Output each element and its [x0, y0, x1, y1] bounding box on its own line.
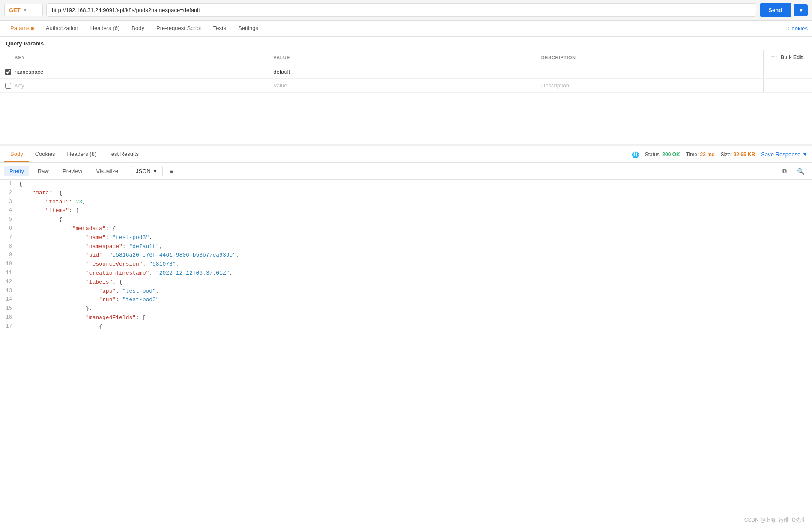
tab-response-test-results[interactable]: Test Results [102, 146, 145, 162]
param-action-cell [763, 65, 812, 79]
col-header-action: ··· Bulk Edit [763, 50, 812, 65]
search-icon[interactable]: 🔍 [794, 166, 808, 177]
param-key-value: namespace [15, 69, 43, 75]
json-token: 23 [76, 199, 83, 205]
json-token: : [106, 234, 113, 241]
tab-response-body[interactable]: Body [4, 146, 29, 162]
url-input[interactable] [46, 3, 756, 17]
param-empty-checkbox[interactable] [5, 83, 11, 89]
table-row: Key Value Description [0, 79, 812, 93]
json-token: "581078" [149, 261, 176, 267]
json-token: : { [112, 279, 122, 285]
col-header-key: KEY [0, 50, 268, 65]
param-value-placeholder[interactable]: Value [273, 82, 287, 89]
json-line: 5 { [0, 215, 812, 224]
method-label: GET [9, 7, 21, 13]
filter-icon[interactable]: ≡ [166, 166, 176, 177]
copy-icon[interactable]: ⧉ [779, 165, 790, 177]
json-token: "test-pod3" [112, 234, 149, 241]
json-line: 6 "metadata": { [0, 224, 812, 233]
param-key-placeholder[interactable]: Key [15, 82, 24, 89]
format-tab-preview-label: Preview [63, 168, 82, 174]
json-line: 13 "app": "test-pod", [0, 287, 812, 296]
line-content: "app": "test-pod", [17, 287, 812, 296]
line-number: 17 [0, 323, 17, 331]
size-label: Size: 92.65 KB [721, 152, 755, 158]
json-token: "creationTimestamp" [86, 270, 149, 276]
method-dropdown[interactable]: GET ▼ [4, 4, 43, 16]
json-line: 12 "labels": { [0, 278, 812, 287]
json-token: : { [106, 225, 116, 232]
tab-prerequest[interactable]: Pre-request Script [150, 21, 207, 36]
param-checkbox[interactable] [5, 69, 11, 75]
json-token: : [ [136, 314, 146, 321]
line-content: "labels": { [17, 278, 812, 287]
line-number: 10 [0, 260, 17, 268]
more-options-icon[interactable]: ··· [771, 53, 777, 60]
json-token: , [156, 288, 159, 294]
status-size: 92.65 KB [734, 152, 755, 158]
json-token: "run" [99, 296, 116, 303]
save-response-button[interactable]: Save Response ▼ [761, 151, 808, 158]
format-bar: Pretty Raw Preview Visualize JSON ▼ ≡ ⧉ … [0, 163, 812, 180]
line-number: 6 [0, 224, 17, 233]
param-value-placeholder-cell: Value [268, 79, 536, 93]
tab-response-test-results-label: Test Results [108, 151, 139, 157]
json-line: 10 "resourceVersion": "581078", [0, 260, 812, 269]
line-number: 7 [0, 233, 17, 242]
bulk-edit-button[interactable]: Bulk Edit [779, 53, 805, 62]
cookies-link[interactable]: Cookies [788, 21, 808, 36]
send-dropdown-button[interactable]: ▼ [794, 4, 808, 16]
json-token: : [69, 199, 76, 205]
tab-settings[interactable]: Settings [232, 21, 264, 36]
line-number: 4 [0, 206, 17, 215]
query-params-label: Query Params [0, 37, 812, 50]
tab-body[interactable]: Body [125, 21, 150, 36]
tab-authorization[interactable]: Authorization [40, 21, 84, 36]
param-desc-placeholder[interactable]: Description [541, 82, 569, 89]
tab-response-headers-label: Headers (8) [67, 151, 97, 157]
param-key-cell: namespace [0, 65, 268, 79]
json-token: , [159, 243, 163, 250]
json-token: : [122, 243, 129, 250]
format-type-label: JSON [136, 168, 151, 174]
json-token: { [99, 323, 102, 330]
format-tab-raw[interactable]: Raw [33, 166, 54, 176]
json-line: 7 "name": "test-pod3", [0, 233, 812, 242]
status-time: 23 ms [700, 152, 715, 158]
line-content: "name": "test-pod3", [17, 233, 812, 242]
line-number: 8 [0, 242, 17, 251]
format-tab-visualize[interactable]: Visualize [91, 166, 123, 176]
tab-settings-label: Settings [238, 25, 258, 31]
tab-response-headers[interactable]: Headers (8) [61, 146, 103, 162]
json-line: 8 "namespace": "default", [0, 242, 812, 251]
json-token: "default" [129, 243, 159, 250]
json-token: : [116, 296, 122, 303]
line-content: "namespace": "default", [17, 242, 812, 251]
param-value-cell: default [268, 65, 536, 79]
format-tab-preview[interactable]: Preview [57, 166, 87, 176]
format-type-dropdown[interactable]: JSON ▼ [131, 166, 163, 176]
json-token: : [116, 288, 122, 294]
tab-response-cookies[interactable]: Cookies [29, 146, 61, 162]
json-line: 9 "uid": "c5816a20-c76f-4461-9806-b53b77… [0, 251, 812, 260]
tab-tests[interactable]: Tests [207, 21, 232, 36]
col-header-description: DESCRIPTION [536, 50, 763, 65]
format-tab-pretty[interactable]: Pretty [4, 166, 29, 176]
format-tab-raw-label: Raw [38, 168, 49, 174]
json-token: "metadata" [72, 225, 106, 232]
request-spacer [0, 93, 812, 144]
save-response-chevron-icon: ▼ [802, 151, 808, 158]
tab-response-cookies-label: Cookies [35, 151, 55, 157]
param-value: default [273, 69, 290, 75]
json-token: "data" [32, 190, 52, 196]
tab-headers[interactable]: Headers (6) [84, 21, 126, 36]
line-content: "managedFields": [ [17, 314, 812, 323]
status-info: 🌐 Status: 200 OK Time: 23 ms Size: 92.65… [632, 151, 808, 158]
send-button[interactable]: Send [760, 3, 791, 17]
format-tab-visualize-label: Visualize [96, 168, 118, 174]
tab-params[interactable]: Params [4, 21, 40, 36]
line-content: "data": { [17, 189, 812, 198]
json-viewer-container: 1{2 "data": {3 "total": 23,4 "items": [5… [0, 180, 812, 332]
json-viewer: 1{2 "data": {3 "total": 23,4 "items": [5… [0, 180, 812, 332]
